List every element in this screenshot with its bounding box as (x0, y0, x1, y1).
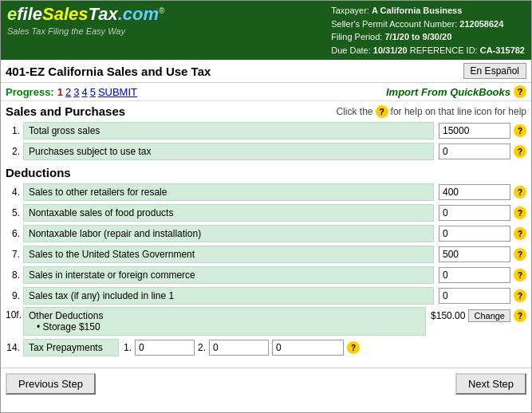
due-date-value: 10/31/20 (373, 45, 408, 55)
logo-area: efileSalesTax.com® Sales Tax Filing the … (7, 4, 164, 36)
row-14-label: Tax Prepayments (23, 339, 119, 356)
row-9-help-icon[interactable]: ? (514, 289, 526, 302)
row-1-help-icon[interactable]: ? (514, 124, 526, 137)
step-4[interactable]: 4 (81, 86, 87, 98)
row-5: 5. Nontaxable sales of food products ? (6, 203, 526, 222)
row-7-label: Sales to the United States Government (23, 246, 434, 263)
tagline: Sales Tax Filing the Easy Way (7, 26, 164, 36)
help-hint: Click the ? for help on that line icon f… (337, 105, 526, 118)
row-5-label: Nontaxable sales of food products (23, 204, 434, 222)
quickbooks-link[interactable]: Import From QuickBooks (386, 86, 510, 98)
row-9-label: Sales tax (if any) included in line 1 (23, 287, 434, 305)
filing-period-value: 7/1/20 to 9/30/20 (384, 32, 451, 41)
row-2-num: 2. (6, 146, 23, 157)
row-10f: 10f. Other Deductions • Storage $150 $15… (6, 307, 526, 336)
row-2: 2. Purchases subject to use tax ? (6, 142, 526, 161)
row-9: 9. Sales tax (if any) included in line 1… (6, 286, 526, 305)
row-1-label: Total gross sales (23, 122, 434, 140)
row-6-num: 6. (6, 228, 23, 239)
row-5-num: 5. (6, 207, 23, 218)
prepay-input-1[interactable] (135, 340, 195, 356)
prepay-sub2-label: 2. (198, 342, 206, 353)
row-10f-label-block: Other Deductions • Storage $150 (23, 307, 426, 336)
row-5-help-icon[interactable]: ? (514, 206, 526, 219)
row-5-input[interactable] (439, 205, 510, 221)
row-7-input-wrap: ? (439, 246, 526, 262)
row-7-input[interactable] (439, 246, 510, 262)
progress-left: Progress: 1 2 3 4 5 SUBMIT (6, 86, 137, 98)
row-8-input[interactable] (439, 267, 510, 283)
header: efileSalesTax.com® Sales Tax Filing the … (1, 1, 531, 60)
row-9-num: 9. (6, 290, 23, 301)
row-9-input-wrap: ? (439, 288, 526, 304)
row-4-help-icon[interactable]: ? (514, 186, 526, 199)
next-step-button[interactable]: Next Step (455, 373, 526, 395)
step-2[interactable]: 2 (65, 86, 71, 98)
row-8: 8. Sales in interstate or foreign commer… (6, 266, 526, 285)
row-2-help-icon[interactable]: ? (514, 145, 526, 158)
row-1-input-wrap: ? (439, 123, 526, 139)
row-1-num: 1. (6, 125, 23, 136)
footer: Previous Step Next Step (1, 368, 531, 398)
row-1-input[interactable] (439, 123, 510, 139)
row-7-num: 7. (6, 249, 23, 260)
progress-right: Import From QuickBooks ? (386, 85, 526, 98)
row-5-input-wrap: ? (439, 205, 526, 221)
row-8-label: Sales in interstate or foreign commerce (23, 266, 434, 284)
deductions-title: Deductions (6, 166, 526, 179)
step-1[interactable]: 1 (57, 86, 63, 98)
help-hint-icon[interactable]: ? (376, 105, 388, 118)
sales-section-title: Sales and Purchases (6, 104, 125, 118)
progress-steps: 1 2 3 4 5 SUBMIT (57, 86, 137, 98)
row-10f-num: 10f. (6, 307, 23, 321)
row-4-num: 4. (6, 187, 23, 198)
due-date-label: Due Date: (331, 45, 371, 55)
help-hint-text1: Click the (337, 106, 373, 117)
row-14-inputs: 1. 2. ? (124, 340, 526, 356)
row-14-help-icon[interactable]: ? (347, 341, 360, 354)
row-8-num: 8. (6, 269, 23, 281)
prepay-total[interactable] (272, 340, 344, 356)
taxpayer-info: Taxpayer: A California Business Seller's… (331, 4, 525, 57)
step-submit[interactable]: SUBMIT (98, 86, 137, 98)
row-4: 4. Sales to other retailers for resale ? (6, 183, 526, 202)
row-6-help-icon[interactable]: ? (514, 227, 526, 240)
row-6-input[interactable] (439, 226, 510, 242)
row-2-input-wrap: ? (439, 144, 526, 159)
form-title: 401-EZ California Sales and Use Tax (6, 65, 211, 78)
prepay-input-2[interactable] (209, 340, 269, 356)
progress-help-icon[interactable]: ? (514, 85, 526, 98)
step-5[interactable]: 5 (90, 86, 96, 98)
row-2-input[interactable] (439, 144, 510, 159)
logo: efileSalesTax.com® (7, 4, 164, 25)
filing-period-label: Filing Period: (331, 32, 382, 41)
taxpayer-name: A California Business (372, 6, 462, 15)
other-ded-amount: $150.00 (431, 310, 465, 321)
row-8-help-icon[interactable]: ? (514, 269, 526, 281)
other-ded-item: • Storage $150 (29, 321, 420, 332)
step-3[interactable]: 3 (73, 86, 79, 98)
row-7-help-icon[interactable]: ? (514, 248, 526, 261)
bullet-icon: • (37, 321, 43, 332)
main-content: Sales and Purchases Click the ? for help… (1, 101, 531, 363)
row-7: 7. Sales to the United States Government… (6, 245, 526, 264)
row-2-label: Purchases subject to use tax (23, 143, 434, 160)
ref-label: REFERENCE ID: (410, 45, 478, 55)
row-4-input-wrap: ? (439, 184, 526, 200)
seller-permit-value: 212058624 (459, 19, 503, 29)
sales-section-header: Sales and Purchases Click the ? for help… (6, 104, 526, 118)
row-14-num: 14. (6, 342, 23, 353)
row-9-input[interactable] (439, 288, 510, 304)
title-bar: 401-EZ California Sales and Use Tax En E… (1, 60, 531, 83)
espanol-button[interactable]: En Español (463, 63, 526, 79)
row-10f-help-icon[interactable]: ? (514, 309, 526, 322)
progress-label: Progress: (6, 86, 54, 98)
icon-label: icon for help (475, 106, 526, 117)
row-6-input-wrap: ? (439, 226, 526, 242)
prepay-sub1-label: 1. (124, 342, 132, 353)
row-8-input-wrap: ? (439, 267, 526, 283)
prev-step-button[interactable]: Previous Step (6, 373, 96, 395)
row-4-input[interactable] (439, 184, 510, 200)
change-button[interactable]: Change (468, 309, 510, 322)
row-1: 1. Total gross sales ? (6, 121, 526, 140)
